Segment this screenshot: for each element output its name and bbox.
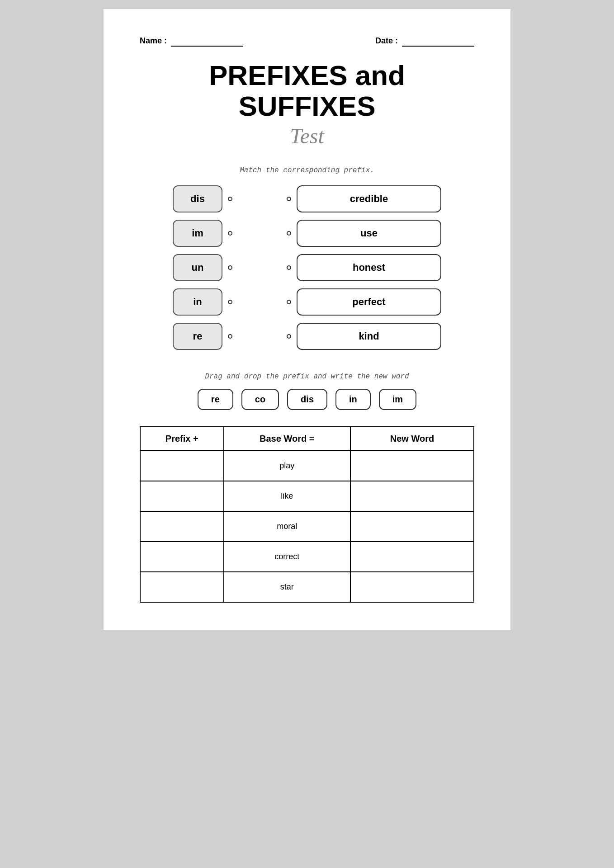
cell-new-3[interactable] (350, 542, 474, 572)
table-section: Prefix + Base Word = New Word play like (140, 426, 474, 603)
word-dot-credible[interactable] (287, 197, 291, 201)
col-header-new: New Word (350, 427, 474, 451)
date-label: Date : (375, 36, 398, 45)
chip-dis[interactable]: dis (287, 389, 327, 410)
prefix-table: Prefix + Base Word = New Word play like (140, 426, 474, 603)
cell-prefix-0[interactable] (140, 451, 224, 481)
prefix-dot-un[interactable] (228, 265, 232, 270)
cell-base-1: like (224, 481, 350, 511)
word-dot-kind[interactable] (287, 334, 291, 339)
prefix-item-dis: dis (173, 185, 232, 212)
cell-base-0: play (224, 451, 350, 481)
word-box-use: use (297, 220, 441, 247)
cell-base-3: correct (224, 542, 350, 572)
word-dot-honest[interactable] (287, 265, 291, 270)
word-item-use: use (287, 220, 441, 247)
chip-im[interactable]: im (379, 389, 416, 410)
cell-base-4: star (224, 572, 350, 602)
drag-instruction: Drag and drop the prefix and write the n… (140, 373, 474, 381)
prefix-item-im: im (173, 220, 232, 247)
word-box-perfect: perfect (297, 288, 441, 316)
word-box-honest: honest (297, 254, 441, 281)
table-header-row: Prefix + Base Word = New Word (140, 427, 474, 451)
prefix-box-im: im (173, 220, 222, 247)
word-column: credible use honest perfect kind (287, 185, 441, 350)
date-underline (402, 36, 474, 47)
word-dot-perfect[interactable] (287, 300, 291, 304)
col-header-base: Base Word = (224, 427, 350, 451)
table-row: moral (140, 511, 474, 542)
header-line: Name : Date : (140, 36, 474, 47)
cell-new-2[interactable] (350, 511, 474, 542)
table-row: play (140, 451, 474, 481)
drag-section: Drag and drop the prefix and write the n… (140, 373, 474, 410)
cell-prefix-4[interactable] (140, 572, 224, 602)
name-label: Name : (140, 36, 167, 45)
sub-title: Test (140, 123, 474, 148)
chip-in[interactable]: in (335, 389, 371, 410)
cell-new-1[interactable] (350, 481, 474, 511)
prefix-dot-im[interactable] (228, 231, 232, 236)
word-item-credible: credible (287, 185, 441, 212)
cell-new-4[interactable] (350, 572, 474, 602)
cell-prefix-2[interactable] (140, 511, 224, 542)
col-header-prefix: Prefix + (140, 427, 224, 451)
chip-co[interactable]: co (241, 389, 279, 410)
chip-re[interactable]: re (198, 389, 233, 410)
prefix-dot-in[interactable] (228, 300, 232, 304)
date-field: Date : (375, 36, 474, 47)
prefix-dot-re[interactable] (228, 334, 232, 339)
cell-prefix-1[interactable] (140, 481, 224, 511)
cell-base-2: moral (224, 511, 350, 542)
table-row: star (140, 572, 474, 602)
word-box-kind: kind (297, 323, 441, 350)
prefix-dot-dis[interactable] (228, 197, 232, 201)
word-item-honest: honest (287, 254, 441, 281)
connector-space (232, 185, 287, 350)
prefix-box-in: in (173, 288, 222, 316)
prefix-item-un: un (173, 254, 232, 281)
prefix-item-re: re (173, 323, 232, 350)
name-field: Name : (140, 36, 243, 47)
prefix-column: dis im un in re (173, 185, 232, 350)
cell-new-0[interactable] (350, 451, 474, 481)
cell-prefix-3[interactable] (140, 542, 224, 572)
matching-section: dis im un in re cre (140, 185, 474, 350)
page: Name : Date : PREFIXES and SUFFIXES Test… (104, 9, 510, 630)
name-underline (171, 36, 243, 47)
prefix-box-dis: dis (173, 185, 222, 212)
matching-instruction: Match the corresponding prefix. (140, 166, 474, 175)
word-item-kind: kind (287, 323, 441, 350)
table-row: like (140, 481, 474, 511)
word-dot-use[interactable] (287, 231, 291, 236)
word-item-perfect: perfect (287, 288, 441, 316)
word-box-credible: credible (297, 185, 441, 212)
prefix-box-un: un (173, 254, 222, 281)
table-row: correct (140, 542, 474, 572)
prefix-box-re: re (173, 323, 222, 350)
prefix-item-in: in (173, 288, 232, 316)
main-title: PREFIXES and SUFFIXES (140, 60, 474, 122)
drag-chips: re co dis in im (140, 389, 474, 410)
